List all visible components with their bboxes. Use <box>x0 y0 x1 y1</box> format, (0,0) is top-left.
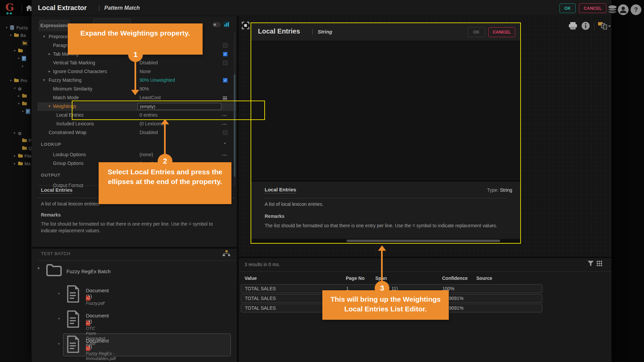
layers-icon[interactable] <box>608 5 617 15</box>
chevron-right-icon[interactable]: ► <box>58 342 61 345</box>
tree-item[interactable]: ▼Ba <box>0 33 32 39</box>
chevron-right-icon[interactable]: ► <box>48 70 51 73</box>
property-row[interactable]: Lookup Options(none)... <box>38 150 236 159</box>
grid-view-icon[interactable] <box>597 261 603 267</box>
tree-item[interactable]: ▼Fuzzy <box>0 25 32 32</box>
property-row[interactable]: ▼Fuzzy Matching90% Unweighted✓ <box>38 76 236 85</box>
funnel-filter-icon[interactable] <box>587 260 594 267</box>
divider <box>37 260 236 261</box>
property-value[interactable]: LeastCost <box>140 95 161 100</box>
tree-item[interactable]: ►Ma <box>0 161 32 168</box>
local-entries-dialog: Local Entries | String OK CANCEL Local E… <box>251 22 521 244</box>
cancel-button[interactable]: CANCEL <box>579 3 606 13</box>
page-title: Local Extractor <box>38 4 87 12</box>
chevron-right-icon[interactable]: ► <box>13 162 16 165</box>
folder-icon <box>18 48 23 53</box>
chevron-down-icon[interactable]: ▼ <box>9 79 12 82</box>
property-row[interactable]: Included Lexicons(0 Lexicons)... <box>38 120 236 128</box>
tree-item[interactable]: Pro <box>0 138 32 144</box>
tree-item[interactable]: ► <box>0 63 32 70</box>
chevron-down-icon[interactable]: ▼ <box>37 266 40 270</box>
print-icon[interactable] <box>569 22 577 29</box>
dialog-ok-button[interactable]: OK <box>468 27 485 37</box>
property-value[interactable]: (none) <box>140 152 153 157</box>
app-logo[interactable]: G <box>5 1 14 13</box>
scrollbar-thumb[interactable] <box>346 240 500 242</box>
tree-item[interactable]: ► <box>0 93 32 100</box>
tree-item[interactable] <box>0 40 32 47</box>
checkbox-checked[interactable]: ✓ <box>223 52 227 56</box>
chevron-down-icon[interactable]: ▼ <box>17 102 20 105</box>
chevron-right-icon[interactable]: ► <box>13 131 16 134</box>
checkbox-unchecked[interactable] <box>223 61 227 65</box>
chevron-down-icon[interactable]: ▼ <box>17 57 20 60</box>
chevron-down-icon[interactable]: ▼ <box>9 34 12 37</box>
chevron-right-icon[interactable]: ► <box>58 292 61 295</box>
chevron-down-icon[interactable]: ▼ <box>48 105 51 108</box>
tree-item[interactable]: ▼ <box>0 109 32 115</box>
chevron-right-icon[interactable]: ► <box>21 65 24 68</box>
chevron-down-icon[interactable]: ▼ <box>43 78 46 82</box>
chevron-right-icon[interactable]: ► <box>17 95 20 98</box>
chevron-down-icon[interactable]: ▼ <box>13 87 16 90</box>
batch-view-icon[interactable] <box>598 21 611 30</box>
diagnostics-chart-icon[interactable] <box>223 21 229 27</box>
property-row[interactable]: Constrained WrapDisabled <box>38 128 236 137</box>
results-column-header: Source <box>476 276 492 281</box>
chevron-right-icon[interactable]: ► <box>48 52 51 56</box>
menu-icon[interactable] <box>223 97 227 100</box>
property-section-header[interactable]: LOOKUP▾ <box>38 140 236 148</box>
ok-button[interactable]: OK <box>559 3 576 13</box>
tree-item[interactable]: ▼ <box>0 48 32 55</box>
toggle-switch-icon[interactable] <box>213 22 220 27</box>
checkbox-unchecked[interactable] <box>223 43 227 48</box>
tree-item[interactable]: ▼ <box>0 101 32 108</box>
chevron-right-icon[interactable]: ► <box>13 155 16 158</box>
chevron-down-icon[interactable]: ▼ <box>5 26 8 29</box>
gear-icon: ⚙ <box>18 130 22 136</box>
folder-icon <box>22 94 27 98</box>
property-value[interactable]: Disabled <box>140 130 158 135</box>
property-row[interactable]: ►Ignore Control CharactersNone <box>38 67 236 76</box>
property-label: Vertical Tab Marking <box>53 60 95 65</box>
scrollbar-track[interactable] <box>252 239 520 242</box>
ellipsis-button[interactable]: ... <box>222 120 227 126</box>
property-value[interactable]: Disabled <box>140 60 158 65</box>
dialog-help-title: Local Entries <box>265 187 296 193</box>
divider <box>32 247 237 249</box>
checkbox-checked[interactable]: ✓ <box>223 78 227 82</box>
gear-icon: ⚙ <box>18 86 22 92</box>
tree-item-label: Ma <box>24 161 31 166</box>
chevron-right-icon[interactable]: ► <box>58 317 61 320</box>
tree-item[interactable]: ▼Pro <box>0 78 32 84</box>
tree-item[interactable]: ►File <box>0 153 32 160</box>
tree-item[interactable]: ▼ <box>0 56 32 62</box>
chevron-down-icon[interactable]: ▾ <box>224 141 226 145</box>
folder-icon <box>18 161 23 166</box>
tree-item[interactable]: Qu <box>0 145 32 152</box>
tree-item[interactable]: ▼⚙ <box>0 85 32 92</box>
scrollbar-thumb[interactable] <box>234 74 235 177</box>
sitemap-icon[interactable] <box>223 250 230 257</box>
dialog-type-label: String <box>318 29 332 35</box>
property-value[interactable]: 90% <box>140 86 149 92</box>
crop-select-icon[interactable] <box>241 21 250 29</box>
callout-1-arrowhead <box>131 90 139 95</box>
property-value[interactable]: 90% Unweighted <box>140 77 175 83</box>
help-icon[interactable]: ? <box>631 4 641 15</box>
chevron-down-icon[interactable]: ▼ <box>13 49 16 52</box>
property-value[interactable]: None <box>140 69 151 74</box>
dialog-help-summary: A list of local lexicon entries. <box>265 201 323 207</box>
ellipsis-button[interactable]: ... <box>222 151 227 157</box>
batch-folder-icon[interactable] <box>46 263 62 278</box>
batch-root-label[interactable]: Fuzzy RegEx Batch <box>66 268 111 274</box>
user-account-icon[interactable] <box>618 4 629 15</box>
checkbox-unchecked[interactable] <box>223 130 227 135</box>
info-icon[interactable] <box>581 21 590 30</box>
dialog-cancel-button[interactable]: CANCEL <box>488 27 515 37</box>
doc-icon <box>22 56 26 61</box>
tree-item[interactable]: ►⚙ <box>0 130 32 137</box>
chevron-down-icon[interactable]: ▼ <box>43 35 46 38</box>
chevron-down-icon[interactable]: ▼ <box>21 110 24 113</box>
tab-expressions[interactable]: Expressions <box>39 20 70 31</box>
